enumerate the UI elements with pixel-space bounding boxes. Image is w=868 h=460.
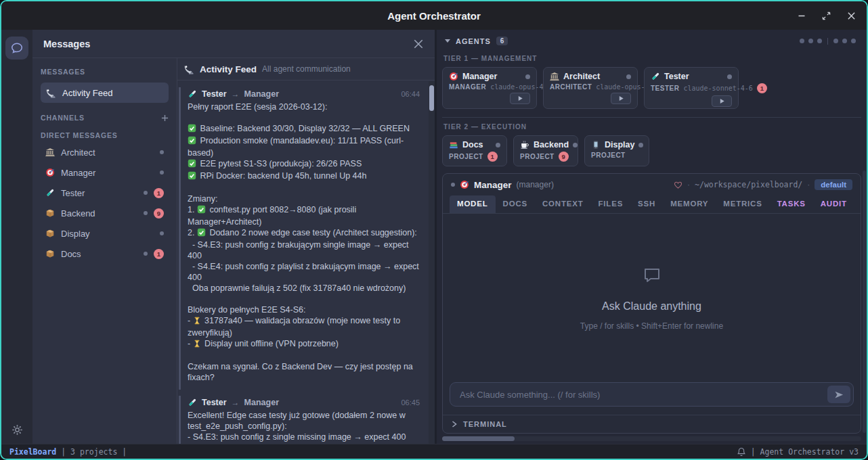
agent-card-docs[interactable]: DocsPROJECT1 (442, 135, 507, 166)
window-controls (798, 1, 856, 30)
agents-header[interactable]: AGENTS 6 (442, 34, 861, 51)
coffee-icon (520, 140, 529, 150)
chat-bubble-icon (10, 41, 24, 55)
target-icon (45, 168, 55, 177)
tab-model[interactable]: MODEL (450, 196, 496, 213)
message-line: - S4.E3: push config z brakującym single… (188, 239, 420, 261)
window-title: Agent Orchestrator (387, 10, 481, 22)
sidebar-item-display[interactable]: Display (41, 223, 169, 244)
layout-dots[interactable] (800, 38, 859, 45)
agent-card-architect[interactable]: ArchitectARCHITECTclaude-opus-4-6 (543, 67, 638, 109)
agent-role: ARCHITECT (550, 83, 592, 91)
sidebar-item-tester[interactable]: Tester1 (41, 183, 169, 203)
agent-model: claude-opus-4-6 (490, 83, 551, 91)
bell-icon[interactable] (737, 447, 746, 457)
tab-docs[interactable]: DOCS (496, 196, 535, 213)
right-panel-scrollbar[interactable] (863, 170, 866, 433)
messages-sidebar: MESSAGES Activity Feed CHANNELS DIRECT M… (32, 58, 177, 444)
manager-name: Manager (474, 180, 512, 190)
tab-metrics[interactable]: METRICS (716, 196, 769, 213)
claude-input[interactable] (458, 389, 822, 400)
add-channel-icon[interactable] (161, 114, 169, 122)
agent-card-tester[interactable]: TesterTESTERclaude-sonnet-4-61 (644, 67, 739, 109)
profile-badge[interactable]: default (815, 179, 852, 190)
agent-name: Display (605, 140, 634, 150)
dm-name: Architect (61, 147, 95, 158)
horizontal-scrollbar-thumb[interactable] (442, 436, 515, 441)
tier1-label: TIER 1 — MANAGEMENT (443, 55, 860, 62)
status-dot (144, 191, 148, 195)
sidebar-item-activity-feed[interactable]: Activity Feed (41, 83, 169, 103)
tab-context[interactable]: CONTEXT (535, 196, 591, 213)
tab-ssh[interactable]: SSH (630, 196, 663, 213)
messages-section-label: MESSAGES (41, 68, 169, 76)
message-line: - S4.E4: push config z playlist z missin… (188, 442, 420, 444)
feed-message: Tester→Manager06:44Pełny raport E2E (ses… (179, 87, 424, 390)
play-button[interactable] (510, 93, 530, 104)
claude-input-box[interactable] (450, 382, 854, 407)
tab-audit[interactable]: AUDIT (813, 196, 854, 213)
tier2-cards: DocsPROJECT1BackendPROJECT9DisplayPROJEC… (442, 135, 861, 166)
messages-panel-title: Messages (43, 39, 90, 49)
message-line: Excellent! Edge case testy już gotowe (d… (188, 410, 420, 432)
message-line: - S4.E3: push config z single missing im… (188, 432, 420, 442)
status-dot (160, 170, 164, 175)
tab-files[interactable]: FILES (591, 196, 631, 213)
activity-feed-header: Activity Feed All agent communication (177, 58, 435, 80)
satellite-icon (46, 88, 56, 98)
messages-panel-header: Messages (32, 30, 435, 58)
books-icon (449, 140, 458, 150)
feed-scroll: Tester→Manager06:44Pełny raport E2E (ses… (177, 80, 435, 444)
messages-rail-button[interactable] (5, 37, 28, 60)
tab-tasks[interactable]: TASKS (770, 196, 813, 213)
settings-gear-icon[interactable] (12, 424, 23, 436)
phone-icon (591, 140, 601, 150)
empty-state-hint: Type / for skills • Shift+Enter for newl… (580, 321, 723, 331)
sidebar-item-docs[interactable]: Docs1 (41, 244, 169, 264)
agent-role: PROJECT (449, 153, 483, 160)
close-button[interactable] (847, 12, 856, 20)
message-line (188, 350, 420, 361)
message-header: Tester→Manager06:44 (188, 89, 420, 99)
message-line (188, 112, 420, 123)
play-button[interactable] (712, 95, 732, 107)
check-icon (188, 171, 196, 183)
sidebar-item-backend[interactable]: Backend9 (41, 203, 169, 223)
send-button[interactable] (827, 386, 850, 403)
agent-name: Docs (462, 140, 483, 150)
feed-scrollbar-thumb[interactable] (429, 85, 434, 111)
agent-model: claude-sonnet-4-6 (683, 85, 752, 92)
agent-card-backend[interactable]: BackendPROJECT9 (513, 135, 578, 166)
sidebar-item-manager[interactable]: Manager (41, 162, 169, 183)
message-header: Tester→Manager06:45 (188, 398, 420, 407)
tab-memory[interactable]: MEMORY (663, 196, 716, 213)
agent-role: MANAGER (449, 83, 486, 91)
agent-role: TESTER (651, 85, 679, 92)
manager-panel-header: Manager (manager) · ~/workspace/pixelboa… (443, 174, 861, 191)
status-dot (496, 143, 500, 147)
heart-icon[interactable] (674, 181, 682, 189)
message-line (188, 183, 420, 193)
agent-card-display[interactable]: DisplayPROJECT (584, 135, 649, 166)
status-dot (451, 183, 455, 187)
terminal-toggle[interactable]: TERMINAL (443, 415, 861, 433)
message-from: Tester (202, 89, 227, 99)
feed-message: Tester→Manager06:45Excellent! Edge case … (179, 396, 424, 444)
maximize-button[interactable] (822, 12, 831, 20)
title-bar: Agent Orchestrator (1, 1, 867, 30)
horizontal-scrollbar[interactable] (442, 436, 861, 441)
message-line: Czekam na sygnał. Co z Backend Dev — czy… (188, 361, 420, 383)
minimize-button[interactable] (798, 12, 806, 20)
agents-label: AGENTS (456, 37, 491, 45)
activity-feed: Activity Feed All agent communication Te… (177, 58, 435, 444)
sidebar-item-architect[interactable]: Architect (41, 142, 169, 162)
close-panel-icon[interactable] (413, 39, 424, 49)
play-button[interactable] (611, 93, 631, 104)
empty-state-title: Ask Claude anything (602, 300, 701, 313)
agent-card-manager[interactable]: ManagerMANAGERclaude-opus-4-6 (442, 67, 537, 109)
hourglass-icon (193, 340, 201, 350)
message-line: Oba poprawnie failują z 502 (fix 31787a4… (188, 283, 420, 294)
message-line: E2E pytest S1-S3 (produkcja): 26/26 PASS (188, 158, 420, 170)
feed-scrollbar[interactable] (429, 81, 435, 444)
agent-name: Architect (563, 72, 600, 81)
